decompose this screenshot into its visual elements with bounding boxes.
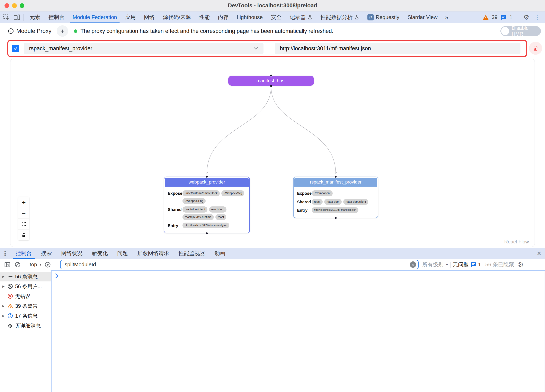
- manifest-url-input[interactable]: [275, 43, 520, 54]
- hidden-messages-label: 56 条已隐藏: [485, 261, 514, 268]
- console-messages-pane[interactable]: [51, 270, 545, 392]
- tab-recorder[interactable]: 记录器: [285, 12, 316, 23]
- entry-chip: http://localhost:3011/mf-manifest.json: [312, 207, 359, 213]
- drawer-tab-issues[interactable]: 问题: [112, 248, 133, 259]
- toolbar-divider: [56, 262, 56, 268]
- drawer-tab-console[interactable]: 控制台: [11, 248, 37, 259]
- drawer-tab-changes[interactable]: 新变化: [87, 248, 112, 259]
- provider-select[interactable]: rspack_manifest_provider: [24, 43, 264, 54]
- console-sidebar-toggle-icon[interactable]: [3, 261, 12, 269]
- tab-requestly[interactable]: ⇄ Requestly: [363, 12, 403, 23]
- flask-icon: [354, 15, 359, 20]
- react-flow-attribution[interactable]: React Flow: [504, 239, 529, 245]
- issue-count[interactable]: 1: [509, 14, 512, 20]
- caret-icon[interactable]: ▶: [2, 285, 5, 288]
- tab-module-federation[interactable]: Module Federation: [68, 12, 121, 23]
- close-drawer-icon[interactable]: ×: [537, 250, 541, 257]
- module-proxy-title: Module Proxy: [16, 28, 51, 34]
- settings-gear-icon[interactable]: ⚙: [522, 14, 530, 21]
- zoom-out-button[interactable]: −: [18, 208, 29, 219]
- issues-bubble-icon[interactable]: [500, 14, 507, 20]
- console-prompt-icon[interactable]: [55, 273, 545, 278]
- sidebar-item-errors[interactable]: 无错误: [0, 291, 51, 301]
- info-icon: [8, 28, 14, 34]
- more-tabs-button[interactable]: »: [442, 14, 452, 21]
- sidebar-item-verbose[interactable]: 无详细消息: [0, 321, 51, 331]
- add-proxy-button[interactable]: +: [57, 25, 68, 37]
- kebab-menu-icon[interactable]: ⋮: [533, 14, 541, 21]
- drawer-tab-performance-monitor[interactable]: 性能监视器: [174, 248, 210, 259]
- drawer-tab-network-blocking[interactable]: 屏蔽网络请求: [133, 248, 174, 259]
- live-expression-eye-icon[interactable]: [43, 261, 52, 269]
- sidebar-item-label: 无详细消息: [15, 322, 41, 329]
- sidebar-item-label: 56 条消息: [15, 273, 38, 280]
- proxy-config-row: rspack_manifest_provider: [0, 39, 545, 59]
- sidebar-item-label: 56 条用户...: [15, 283, 42, 290]
- node-body: Expose ./Component Shared react react-do…: [294, 187, 377, 217]
- tab-console[interactable]: 控制台: [44, 12, 68, 23]
- caret-icon[interactable]: ▶: [2, 314, 5, 317]
- proxy-highlight-box: rspack_manifest_provider: [7, 40, 527, 57]
- shared-row: Shared react-dom/client react-dom react/…: [168, 206, 246, 220]
- tab-lighthouse[interactable]: Lighthouse: [233, 12, 267, 23]
- sidebar-item-warnings[interactable]: ▶ 39 条警告: [0, 301, 51, 311]
- proxy-enabled-checkbox[interactable]: [12, 45, 19, 52]
- context-selector[interactable]: top ▼: [30, 261, 42, 268]
- console-settings-gear-icon[interactable]: ⚙: [517, 261, 525, 268]
- issues-group[interactable]: 无问题 1: [453, 261, 481, 268]
- module-proxy-header: Module Proxy + The proxy configuration h…: [0, 23, 545, 39]
- flow-controls: + −: [18, 197, 29, 240]
- zoom-in-button[interactable]: +: [18, 197, 29, 208]
- tab-network[interactable]: 网络: [140, 12, 159, 23]
- shared-chip: react-dom/client: [343, 199, 368, 205]
- sidebar-item-all-messages[interactable]: ▶ 56 条消息: [0, 272, 51, 281]
- tab-performance[interactable]: 性能: [195, 12, 214, 23]
- user-icon: [7, 283, 13, 289]
- sidebar-item-label: 无错误: [15, 293, 31, 300]
- device-toolbar-icon[interactable]: [12, 13, 21, 22]
- clear-filter-icon[interactable]: ×: [410, 261, 416, 268]
- tab-elements[interactable]: 元素: [25, 12, 44, 23]
- warning-triangle-icon[interactable]: [483, 14, 489, 20]
- node-rspack-manifest-provider[interactable]: rspack_manifest_provider Expose ./Compon…: [293, 177, 378, 218]
- sidebar-item-info[interactable]: ▶ 17 条信息: [0, 311, 51, 321]
- console-toolbar: top ▼ × 所有级别 ▼ 无问题 1 56 条已隐藏 ⚙: [0, 259, 545, 270]
- drawer-kebab-menu-icon[interactable]: ⋮: [0, 250, 11, 257]
- sidebar-item-user-messages[interactable]: ▶ 56 条用户...: [0, 281, 51, 291]
- console-filter-input[interactable]: [60, 260, 419, 269]
- issues-bubble-icon: [471, 262, 476, 267]
- warning-count[interactable]: 39: [492, 14, 497, 20]
- tab-application[interactable]: 应用: [121, 12, 140, 23]
- entry-row: Entry http://localhost:3009/mf-manifest.…: [168, 223, 246, 228]
- flask-icon: [308, 15, 312, 20]
- log-levels-dropdown[interactable]: 所有级别 ▼: [422, 261, 448, 268]
- drawer-tab-network-conditions[interactable]: 网络状况: [56, 248, 87, 259]
- filter-wrap: ×: [60, 260, 419, 269]
- disable-hmr-toggle[interactable]: Disable HMR: [500, 26, 541, 36]
- lock-button[interactable]: [18, 229, 29, 240]
- console-sidebar: ▶ 56 条消息 ▶ 56 条用户... 无错误: [0, 270, 51, 392]
- node-webpack-provider[interactable]: webpack_provider Expose ./useCustomRemot…: [164, 177, 250, 233]
- node-manifest-host[interactable]: manifest_host: [228, 76, 314, 86]
- caret-icon[interactable]: ▶: [2, 304, 5, 308]
- delete-proxy-button[interactable]: [529, 42, 542, 55]
- tab-label: 性能监视器: [179, 250, 205, 257]
- fit-view-button[interactable]: [18, 219, 29, 229]
- tab-label: 新变化: [92, 250, 108, 257]
- inspect-element-icon[interactable]: [2, 13, 11, 22]
- tab-performance-insights[interactable]: 性能数据分析: [316, 12, 363, 23]
- tab-sources[interactable]: 源代码/来源: [159, 12, 195, 23]
- module-graph-canvas[interactable]: manifest_host webpack_provider Expose ./…: [10, 59, 535, 247]
- caret-icon[interactable]: ▶: [2, 275, 5, 278]
- tab-slardar-view[interactable]: Slardar View: [403, 12, 442, 23]
- toggle-label: Disable HMR: [512, 25, 541, 37]
- tab-security[interactable]: 安全: [267, 12, 285, 23]
- tab-memory[interactable]: 内存: [214, 12, 233, 23]
- drawer-tab-search[interactable]: 搜索: [37, 248, 56, 259]
- expose-chip: ./WebpackPng: [182, 198, 206, 204]
- drawer-tab-animations[interactable]: 动画: [210, 248, 230, 259]
- tabbar-right-cluster: 39 1 ⚙ ⋮: [483, 14, 545, 21]
- clear-console-icon[interactable]: [13, 261, 22, 269]
- expose-row: Expose ./useCustomRemoteHook ./WebpackSv…: [168, 190, 246, 204]
- entry-chip: http://localhost:3009/mf-manifest.json: [182, 223, 229, 228]
